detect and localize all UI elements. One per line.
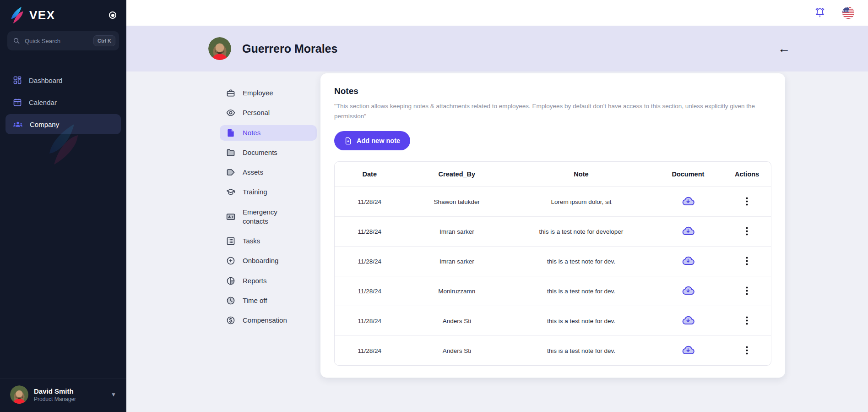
- current-user-menu[interactable]: David Smith Product Manager ▼: [0, 379, 126, 412]
- tab-compensation[interactable]: Compensation: [220, 313, 317, 328]
- language-flag-us-icon[interactable]: [842, 7, 854, 19]
- sidebar: VEX Ctrl K Dashboard: [0, 0, 126, 412]
- note-actions-cell: [723, 306, 771, 336]
- vex-logo-icon: [10, 6, 24, 24]
- download-document-icon[interactable]: [681, 225, 695, 236]
- note-document-cell: [653, 276, 723, 306]
- sidebar-item-company[interactable]: Company: [5, 114, 121, 134]
- note-actions-cell: [723, 276, 771, 306]
- note-text: this is a test note for developer: [509, 217, 653, 247]
- note-file-icon: [226, 128, 235, 137]
- table-row: 11/28/24 Shawon talukder Lorem ipsum dol…: [335, 187, 771, 217]
- notes-card: Notes "This section allows keeping notes…: [320, 73, 785, 378]
- tab-label: Reports: [243, 276, 267, 286]
- download-document-icon[interactable]: [681, 255, 695, 266]
- download-document-icon[interactable]: [681, 285, 695, 296]
- note-document-cell: [653, 336, 723, 365]
- sidebar-divider: [0, 58, 126, 58]
- tab-employee[interactable]: Employee: [220, 85, 317, 101]
- clock-icon: [226, 296, 235, 305]
- note-created-by: Anders Sti: [404, 306, 509, 336]
- tab-label: Assets: [243, 168, 263, 177]
- note-created-by: Moniruzzamn: [404, 276, 509, 306]
- avatar: [10, 385, 28, 404]
- row-actions-menu-icon[interactable]: [743, 256, 751, 266]
- folder-icon: [226, 148, 235, 157]
- content: Employee Personal Notes: [126, 71, 868, 412]
- row-actions-menu-icon[interactable]: [743, 196, 751, 207]
- notification-bell-icon[interactable]: [814, 7, 826, 19]
- note-actions-cell: [723, 336, 771, 365]
- file-plus-icon: [344, 137, 352, 145]
- tag-icon: [226, 168, 235, 177]
- tab-documents[interactable]: Documents: [220, 145, 317, 160]
- row-actions-menu-icon[interactable]: [743, 286, 751, 296]
- tab-label: Time off: [243, 296, 267, 305]
- tab-personal[interactable]: Personal: [220, 105, 317, 121]
- notes-table-body: 11/28/24 Shawon talukder Lorem ipsum dol…: [335, 187, 771, 365]
- tab-label: Documents: [243, 148, 277, 157]
- notes-title: Notes: [334, 86, 771, 96]
- tab-label: Personal: [243, 108, 270, 117]
- row-actions-menu-icon[interactable]: [743, 315, 751, 326]
- note-document-cell: [653, 306, 723, 336]
- dashboard-grid-icon: [13, 76, 22, 85]
- note-date: 11/28/24: [335, 276, 404, 306]
- table-row: 11/28/24 Imran sarker this is a test not…: [335, 247, 771, 276]
- sidebar-item-dashboard[interactable]: Dashboard: [5, 70, 121, 90]
- profile-menu: Employee Personal Notes: [220, 85, 317, 328]
- tab-training[interactable]: Training: [220, 184, 317, 200]
- employee-avatar: [208, 37, 231, 60]
- download-document-icon[interactable]: [681, 345, 695, 355]
- contact-card-icon: [226, 212, 235, 221]
- back-arrow-icon[interactable]: ←: [778, 43, 790, 55]
- tab-label: Compensation: [243, 316, 287, 325]
- tab-emergency-contacts[interactable]: Emergency contacts: [220, 204, 317, 230]
- sidebar-collapse-toggle-icon[interactable]: [109, 11, 116, 19]
- sidebar-item-calendar[interactable]: Calendar: [5, 92, 121, 112]
- topbar: [126, 0, 868, 26]
- note-text: Lorem ipsum dolor, sit: [509, 187, 653, 217]
- app-title: VEX: [29, 8, 55, 22]
- eye-icon: [226, 108, 235, 117]
- plus-circle-icon: [226, 256, 235, 265]
- row-actions-menu-icon[interactable]: [743, 345, 751, 356]
- note-text: this is a test note for dev.: [509, 276, 653, 306]
- tab-reports[interactable]: Reports: [220, 273, 317, 289]
- column-header-document: Document: [653, 162, 723, 187]
- tab-time-off[interactable]: Time off: [220, 293, 317, 308]
- user-role: Product Manager: [34, 396, 76, 402]
- note-date: 11/28/24: [335, 217, 404, 247]
- user-name: David Smith: [34, 387, 76, 395]
- tab-notes[interactable]: Notes: [220, 125, 317, 141]
- page-title: Guerrero Morales: [242, 42, 337, 55]
- tab-tasks[interactable]: Tasks: [220, 233, 317, 249]
- tab-onboarding[interactable]: Onboarding: [220, 253, 317, 269]
- note-created-by: Anders Sti: [404, 336, 509, 365]
- logo-row: VEX: [0, 0, 126, 28]
- column-header-date: Date: [335, 162, 404, 187]
- search-input[interactable]: [25, 38, 89, 44]
- sidebar-item-label: Company: [30, 121, 59, 128]
- sidebar-nav: Dashboard Calendar Company: [5, 70, 121, 134]
- user-meta: David Smith Product Manager: [34, 387, 76, 402]
- table-row: 11/28/24 Anders Sti this is a test note …: [335, 336, 771, 365]
- note-document-cell: [653, 217, 723, 247]
- column-header-note: Note: [509, 162, 653, 187]
- row-actions-menu-icon[interactable]: [743, 226, 751, 236]
- tab-label: Onboarding: [243, 256, 278, 265]
- download-document-icon[interactable]: [681, 196, 695, 206]
- pie-chart-icon: [226, 276, 235, 286]
- add-new-note-button[interactable]: Add new note: [334, 131, 410, 150]
- graduation-cap-icon: [226, 187, 235, 197]
- chevron-down-icon[interactable]: ▼: [111, 391, 116, 398]
- tab-label: Notes: [243, 128, 260, 137]
- tab-label: Tasks: [243, 236, 260, 246]
- tab-assets[interactable]: Assets: [220, 165, 317, 180]
- note-text: this is a test note for dev.: [509, 306, 653, 336]
- tab-label: Emergency contacts: [243, 208, 297, 226]
- download-document-icon[interactable]: [681, 315, 695, 325]
- sidebar-item-label: Dashboard: [29, 77, 62, 84]
- quick-search[interactable]: Ctrl K: [7, 31, 119, 50]
- tab-label: Training: [243, 187, 267, 197]
